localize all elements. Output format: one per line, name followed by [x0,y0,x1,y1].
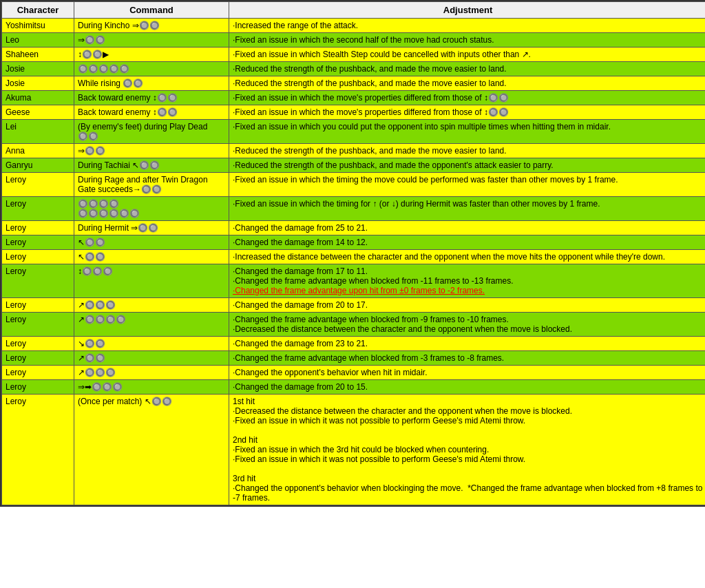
adj-cell: ·Changed the damage from 17 to 11.·Chang… [229,264,706,298]
table-row: Josie🔘🔘🔘🔘🔘·Reduced the strength of the p… [2,62,706,76]
char-cell: Leroy [2,380,74,395]
table-row: GanryuDuring Tachiai ↖🔘🔘·Reduced the str… [2,158,706,173]
char-cell: Josie [2,62,74,76]
cmd-cell: ↖🔘🔘 [74,235,229,250]
header-row: Character Command Adjustment [2,2,706,19]
cmd-cell: Back toward enemy ↕🔘🔘 [74,105,229,120]
char-cell: Leroy [2,298,74,313]
table-row: Leroy↘🔘🔘·Changed the damage from 23 to 2… [2,337,706,351]
char-cell: Leroy [2,221,74,235]
adj-cell: ·Fixed an issue in which the timing the … [229,173,706,197]
char-cell: Leroy [2,250,74,264]
cmd-cell: (Once per match) ↖🔘🔘 [74,395,229,505]
header-character: Character [2,2,74,19]
adj-cell: ·Fixed an issue in which the timing for … [229,197,706,221]
table-row: GeeseBack toward enemy ↕🔘🔘·Fixed an issu… [2,105,706,120]
cmd-cell: During Kincho ⇒🔘🔘 [74,19,229,33]
table-row: Leroy↗🔘🔘·Changed the frame advantage whe… [2,351,706,366]
table-row: Leroy(Once per match) ↖🔘🔘1st hit ·Decrea… [2,395,706,505]
adj-cell: ·Changed the damage from 23 to 21. [229,337,706,351]
adj-cell: ·Reduced the strength of the pushback, a… [229,62,706,76]
cmd-cell: ⇒➡🔘🔘🔘 [74,380,229,395]
cmd-cell: ↖🔘🔘 [74,250,229,264]
cmd-cell: During Rage and after Twin Dragon Gate s… [74,173,229,197]
table-row: Leo⇒🔘🔘·Fixed an issue in which the secon… [2,33,706,48]
char-cell: Anna [2,144,74,158]
adj-cell: ·Reduced the strength of the pushback, a… [229,76,706,91]
cmd-cell: ↗🔘🔘🔘 [74,298,229,313]
patch-notes-table: Character Command Adjustment YoshimitsuD… [1,1,705,505]
adj-cell: ·Fixed an issue in which you could put t… [229,120,706,144]
char-cell: Ganryu [2,158,74,173]
char-cell: Josie [2,76,74,91]
table-row: Anna⇒🔘🔘·Reduced the strength of the push… [2,144,706,158]
table-row: Leroy🔘🔘🔘🔘 🔘🔘🔘🔘🔘🔘·Fixed an issue in which… [2,197,706,221]
char-cell: Leo [2,33,74,48]
header-command: Command [74,2,229,19]
header-adjustment: Adjustment [229,2,706,19]
table-row: Shaheen↕🔘🔘▶·Fixed an issue in which Stea… [2,48,706,62]
cmd-cell: ↗🔘🔘🔘🔘 [74,313,229,337]
char-cell: Leroy [2,235,74,250]
char-cell: Yoshimitsu [2,19,74,33]
adj-cell: ·Changed the damage from 20 to 15. [229,380,706,395]
adj-cell: ·Changed the opponent's behavior when hi… [229,366,706,380]
table-row: LeroyDuring Rage and after Twin Dragon G… [2,173,706,197]
cmd-cell: (By enemy's feet) during Play Dead 🔘🔘 [74,120,229,144]
adj-cell: ·Increased the range of the attack. [229,19,706,33]
table-row: Leroy↗🔘🔘🔘·Changed the opponent's behavio… [2,366,706,380]
char-cell: Leroy [2,337,74,351]
char-cell: Leroy [2,264,74,298]
cmd-cell: ↗🔘🔘 [74,351,229,366]
char-cell: Leroy [2,313,74,337]
cmd-cell: While rising 🔘🔘 [74,76,229,91]
char-cell: Akuma [2,91,74,105]
cmd-cell: ↕🔘🔘🔘 [74,264,229,298]
adj-cell: ·Increased the distance between the char… [229,250,706,264]
adj-cell: ·Changed the frame advantage when blocke… [229,313,706,337]
cmd-cell: 🔘🔘🔘🔘🔘 [74,62,229,76]
adj-cell: ·Changed the frame advantage when blocke… [229,351,706,366]
adj-cell: ·Fixed an issue in which the move's prop… [229,91,706,105]
char-cell: Shaheen [2,48,74,62]
cmd-cell: ↘🔘🔘 [74,337,229,351]
char-cell: Leroy [2,366,74,380]
char-cell: Geese [2,105,74,120]
adj-cell: ·Changed the damage from 20 to 17. [229,298,706,313]
table-row: Leroy↖🔘🔘·Changed the damage from 14 to 1… [2,235,706,250]
adj-cell: ·Fixed an issue in which the move's prop… [229,105,706,120]
char-cell: Leroy [2,197,74,221]
cmd-cell: ↕🔘🔘▶ [74,48,229,62]
char-cell: Leroy [2,173,74,197]
adj-cell: ·Changed the damage from 25 to 21. [229,221,706,235]
cmd-cell: ↗🔘🔘🔘 [74,366,229,380]
table-row: JosieWhile rising 🔘🔘·Reduced the strengt… [2,76,706,91]
cmd-cell: 🔘🔘🔘🔘 🔘🔘🔘🔘🔘🔘 [74,197,229,221]
adj-cell: 1st hit ·Decreased the distance between … [229,395,706,505]
char-cell: Lei [2,120,74,144]
table-row: LeroyDuring Hermit ⇒🔘🔘·Changed the damag… [2,221,706,235]
cmd-cell: ⇒🔘🔘 [74,144,229,158]
table-row: Leroy↕🔘🔘🔘·Changed the damage from 17 to … [2,264,706,298]
table-row: Leroy↗🔘🔘🔘🔘·Changed the frame advantage w… [2,313,706,337]
table-row: YoshimitsuDuring Kincho ⇒🔘🔘·Increased th… [2,19,706,33]
cmd-cell: ⇒🔘🔘 [74,33,229,48]
adj-cell: ·Changed the damage from 14 to 12. [229,235,706,250]
cmd-cell: Back toward enemy ↕🔘🔘 [74,91,229,105]
adj-cell: ·Reduced the strength of the pushback, a… [229,144,706,158]
table-row: AkumaBack toward enemy ↕🔘🔘·Fixed an issu… [2,91,706,105]
char-cell: Leroy [2,351,74,366]
main-table-container: Character Command Adjustment YoshimitsuD… [0,0,705,507]
table-row: Leroy⇒➡🔘🔘🔘·Changed the damage from 20 to… [2,380,706,395]
char-cell: Leroy [2,395,74,505]
table-row: Leroy↗🔘🔘🔘·Changed the damage from 20 to … [2,298,706,313]
adj-cell: ·Reduced the strength of the pushback, a… [229,158,706,173]
table-row: Leroy↖🔘🔘·Increased the distance between … [2,250,706,264]
cmd-cell: During Tachiai ↖🔘🔘 [74,158,229,173]
adj-cell: ·Fixed an issue in which the second half… [229,33,706,48]
adj-cell: ·Fixed an issue in which Stealth Step co… [229,48,706,62]
table-row: Lei(By enemy's feet) during Play Dead 🔘🔘… [2,120,706,144]
cmd-cell: During Hermit ⇒🔘🔘 [74,221,229,235]
